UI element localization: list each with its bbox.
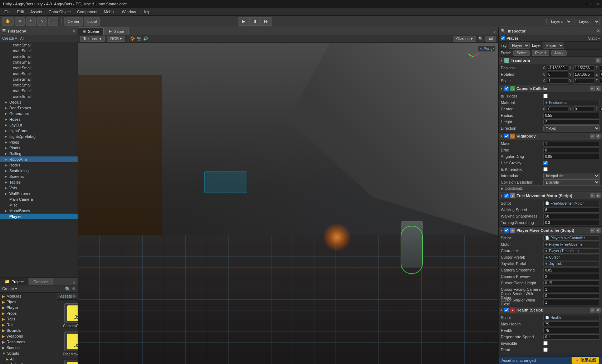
health-header[interactable]: ▼ ♥ Health (Script) ✏ ⚙: [499, 306, 602, 314]
hierarchy-misc[interactable]: Misc: [0, 202, 78, 208]
invincible-checkbox[interactable]: [543, 341, 548, 345]
health-value-input[interactable]: [543, 328, 600, 333]
hierarchy-generators[interactable]: ▶Generators: [0, 111, 78, 116]
interpolate-select[interactable]: Interpolate: [543, 173, 600, 179]
hand-tool-btn[interactable]: ✋: [2, 17, 14, 26]
maximize-btn[interactable]: □: [591, 2, 593, 6]
menu-window[interactable]: Window: [119, 9, 139, 15]
pt-pipes[interactable]: ▶Pipes: [0, 299, 57, 305]
revert-btn[interactable]: Revert: [532, 50, 549, 56]
character-ref[interactable]: ◈ Player (Transform): [543, 248, 600, 254]
hierarchy-maincamera[interactable]: Main Camera: [0, 196, 78, 202]
drag-input[interactable]: [543, 148, 600, 153]
hierarchy-railing[interactable]: ▶Railing: [0, 151, 78, 156]
step-btn[interactable]: ⏭: [261, 17, 272, 26]
scale-tool-btn[interactable]: ⤡: [37, 17, 47, 26]
scene-icon1[interactable]: 🔆: [130, 36, 135, 41]
rgb-btn[interactable]: RGB ▾: [107, 36, 125, 42]
material-ref[interactable]: ◈ Frictionless: [543, 100, 600, 105]
gizmos-btn[interactable]: Gizmos ▾: [453, 36, 476, 42]
health-active-checkbox[interactable]: [504, 308, 509, 312]
pmc-script-ref[interactable]: 📄 PlayerMoveController: [543, 235, 600, 241]
hierarchy-close-btn[interactable]: ✕: [72, 29, 75, 33]
menu-mobile[interactable]: Mobile: [101, 9, 118, 15]
close-btn[interactable]: ✕: [596, 2, 599, 6]
collision-detection-select[interactable]: Discrete: [543, 179, 600, 185]
menu-gameobject[interactable]: GameObject: [46, 9, 74, 15]
scene-view[interactable]: < Persp: [78, 43, 498, 364]
hierarchy-screens[interactable]: ▶Screens: [0, 174, 78, 179]
center-y-input[interactable]: [573, 106, 595, 112]
hierarchy-plants[interactable]: ▶Plants: [0, 145, 78, 151]
joystick-prefab-ref[interactable]: ◈ Joystick: [543, 261, 600, 266]
pt-player[interactable]: ▶Player: [0, 305, 57, 310]
list-item[interactable]: crateSmall: [0, 48, 78, 54]
tab-console[interactable]: Console: [29, 278, 52, 285]
all-scenes-btn[interactable]: All: [485, 36, 496, 42]
pt-rain[interactable]: ▶Rain: [0, 322, 57, 328]
health-edit-btn[interactable]: ✏: [590, 308, 595, 313]
list-item[interactable]: crateSmall: [0, 42, 78, 48]
hierarchy-lightcards[interactable]: ▶LightCards: [0, 128, 78, 134]
hierarchy-decals[interactable]: ▶Decals: [0, 99, 78, 105]
scene-icon2[interactable]: 📷: [137, 36, 142, 41]
pt-weapons[interactable]: ▶Weapons: [0, 333, 57, 339]
all-label[interactable]: All: [20, 36, 24, 41]
list-item[interactable]: crateSmall: [0, 65, 78, 71]
capsule-edit-btn[interactable]: ✏: [590, 86, 595, 91]
object-active-checkbox[interactable]: [501, 36, 505, 40]
list-item[interactable]: crateSmall: [0, 82, 78, 88]
free-movement-active-checkbox[interactable]: [504, 194, 509, 198]
menu-assets[interactable]: Assets: [28, 9, 45, 15]
pause-btn[interactable]: ⏸: [249, 17, 261, 26]
pt-animation[interactable]: ▶Animation: [0, 362, 57, 364]
pt-sounds[interactable]: ▶Sounds: [0, 328, 57, 333]
project-settings-icon[interactable]: ⚙: [72, 286, 75, 291]
asset-hovermovement[interactable]: HoverMov...: [61, 360, 78, 364]
move-tool-btn[interactable]: ✥: [15, 17, 25, 26]
pos-z-input[interactable]: [600, 65, 602, 71]
is-trigger-checkbox[interactable]: [543, 94, 548, 98]
direction-select[interactable]: Y-Axis: [543, 125, 600, 131]
rigidbody-settings-btn[interactable]: ⚙: [596, 134, 601, 139]
health-settings-btn[interactable]: ⚙: [596, 308, 601, 313]
cursor-facing-camera-input[interactable]: [543, 287, 600, 292]
use-gravity-checkbox[interactable]: [543, 161, 548, 165]
dead-checkbox[interactable]: [543, 348, 548, 352]
create-label[interactable]: Create ▾: [2, 36, 17, 41]
is-kinematic-checkbox[interactable]: [543, 167, 548, 171]
play-btn[interactable]: ▶: [238, 17, 249, 26]
height-input[interactable]: [543, 119, 600, 125]
rot-x-input[interactable]: [547, 72, 568, 77]
cursor-smaller-distance-input[interactable]: [543, 293, 600, 299]
hierarchy-scaffolding[interactable]: ▶Scaffolding: [0, 168, 78, 174]
pmc-header[interactable]: ▼ ⚡ Player Move Controller (Script) ✏ ⚙: [499, 227, 602, 234]
inspector-close-btn[interactable]: ✕: [597, 29, 600, 33]
list-item[interactable]: crateSmall: [0, 88, 78, 94]
regenerate-speed-input[interactable]: [543, 334, 600, 340]
hierarchy-pipes[interactable]: ▶Pipes: [0, 139, 78, 145]
turning-smoothing-input[interactable]: [543, 220, 600, 225]
scale-z-input[interactable]: [600, 78, 602, 84]
hierarchy-tables[interactable]: ▶Tables: [0, 179, 78, 185]
hierarchy-vats[interactable]: ▶Vats: [0, 185, 78, 191]
tag-select[interactable]: Player: [509, 43, 530, 49]
cursor-smaller-close-input[interactable]: [543, 300, 600, 305]
textured-btn[interactable]: Textured ▾: [80, 36, 105, 42]
pt-modules[interactable]: ▶Modules: [0, 293, 57, 299]
hierarchy-moodboxes[interactable]: ▶MoodBoxes: [0, 208, 78, 214]
mass-input[interactable]: [543, 141, 600, 146]
list-item[interactable]: crateSmall: [0, 94, 78, 99]
minimize-btn[interactable]: ─: [585, 2, 588, 6]
pmc-active-checkbox[interactable]: [504, 228, 509, 233]
cursor-plane-height-input[interactable]: [543, 280, 600, 286]
pt-rails[interactable]: ▶Rails: [0, 316, 57, 322]
max-health-input[interactable]: [543, 321, 600, 327]
pt-ai[interactable]: ▶AI: [0, 356, 57, 362]
camera-preview-input[interactable]: [543, 274, 600, 279]
list-item[interactable]: crateSmall: [0, 71, 78, 76]
scale-y-input[interactable]: [573, 78, 595, 84]
capsule-collider-header[interactable]: ▼ ◯ Capsule Collider ✏ ⚙: [499, 85, 602, 92]
asset-freemovement[interactable]: FreeMovem...: [61, 331, 78, 356]
radius-input[interactable]: [543, 113, 600, 118]
